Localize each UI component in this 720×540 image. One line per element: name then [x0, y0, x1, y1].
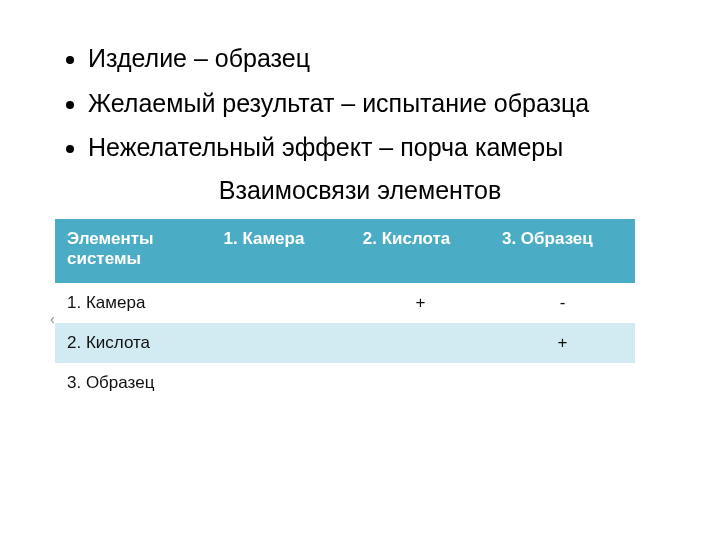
table-cell [351, 323, 490, 363]
table-row: 1. Камера + - [55, 283, 635, 323]
table-header-cell: 1. Камера [212, 219, 351, 283]
bullet-item: Нежелательный эффект – порча камеры [88, 131, 660, 164]
table-row: 3. Образец [55, 363, 635, 403]
chevron-left-icon: ‹ [50, 311, 55, 327]
table-row: 2. Кислота + [55, 323, 635, 363]
table-cell [212, 363, 351, 403]
table-cell [351, 363, 490, 403]
bullet-list: Изделие – образец Желаемый результат – и… [60, 42, 660, 164]
table-header-cell: 3. Образец [490, 219, 635, 283]
table-cell [490, 363, 635, 403]
row-number: 1. [67, 293, 81, 312]
row-label: 2. Кислота [67, 333, 150, 352]
table-cell: + [490, 323, 635, 363]
table-header-cell: 2. Кислота [351, 219, 490, 283]
table-header-cell: Элементы системы [55, 219, 212, 283]
row-label: 3. Образец [67, 373, 154, 392]
relations-table: Элементы системы 1. Камера 2. Кислота 3.… [55, 219, 635, 403]
table-cell: + [351, 283, 490, 323]
table-cell: - [490, 283, 635, 323]
table-cell-label: 3. Образец [55, 363, 212, 403]
table-cell [212, 323, 351, 363]
table-cell-label: 1. Камера [55, 283, 212, 323]
bullet-item: Изделие – образец [88, 42, 660, 75]
table-header-row: Элементы системы 1. Камера 2. Кислота 3.… [55, 219, 635, 283]
table-cell [212, 283, 351, 323]
table-title: Взаимосвязи элементов [60, 176, 660, 205]
bullet-item: Желаемый результат – испытание образца [88, 87, 660, 120]
table-cell-label: 2. Кислота [55, 323, 212, 363]
row-label: Камера [86, 293, 145, 312]
